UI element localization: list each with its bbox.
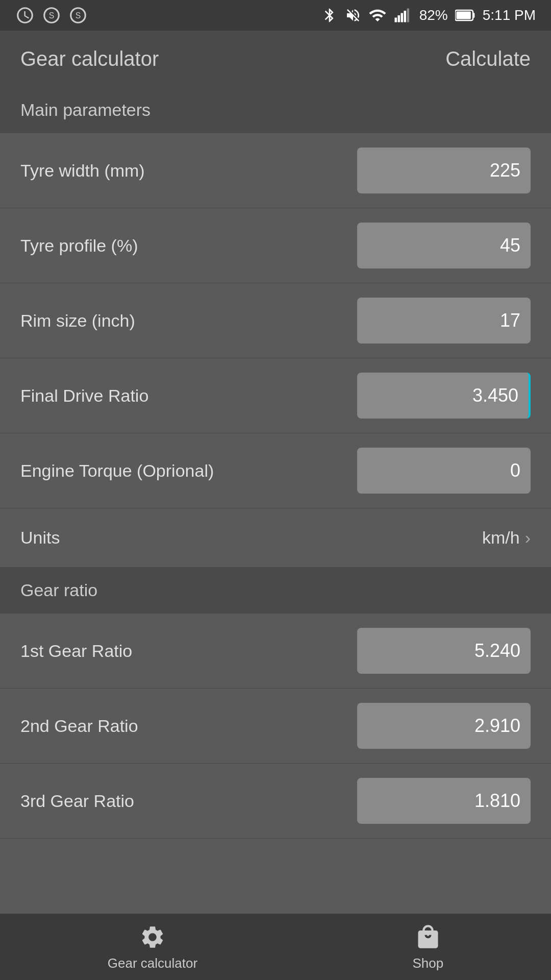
gear-3-row: 3rd Gear Ratio [0,764,551,839]
units-row[interactable]: Units km/h › [0,508,551,567]
app-bar: Gear calculator Calculate [0,31,551,87]
svg-rect-7 [404,11,406,22]
gear-icon [139,924,166,950]
nav-gear-calculator[interactable]: Gear calculator [108,923,197,971]
svg-rect-6 [400,13,403,22]
svg-rect-4 [394,18,397,22]
wifi-icon [368,6,387,24]
battery-percent: 82% [419,7,448,23]
gear-ratio-title: Gear ratio [20,580,97,600]
gear-ratio-header: Gear ratio [0,567,551,614]
svg-text:S: S [76,11,81,20]
main-parameters-content: Tyre width (mm) Tyre profile (%) Rim siz… [0,133,551,567]
alarm-icon [15,6,35,25]
gear-1-input[interactable] [357,628,531,674]
final-drive-input[interactable] [357,373,531,419]
app-icon-2: S [68,6,88,25]
gear-3-label: 3rd Gear Ratio [20,791,357,811]
rim-size-row: Rim size (inch) [0,283,551,358]
svg-text:S: S [49,11,55,20]
svg-rect-8 [407,9,409,22]
bottom-nav: Gear calculator Shop [0,914,551,980]
units-selector[interactable]: km/h › [482,528,531,548]
main-scroll-area: Main parameters Tyre width (mm) Tyre pro… [0,87,551,914]
tyre-profile-row: Tyre profile (%) [0,208,551,283]
rim-size-input[interactable] [357,298,531,344]
final-drive-row: Final Drive Ratio [0,358,551,433]
nav-shop[interactable]: Shop [413,923,444,971]
tyre-width-row: Tyre width (mm) [0,133,551,208]
tyre-profile-input[interactable] [357,223,531,268]
calculate-button[interactable]: Calculate [445,47,531,70]
shop-icon [415,924,441,950]
rim-size-label: Rim size (inch) [20,311,357,331]
gear-ratio-content: 1st Gear Ratio 2nd Gear Ratio 3rd Gear R… [0,614,551,839]
gear-calculator-nav-label: Gear calculator [108,955,197,971]
battery-icon [455,8,475,22]
main-parameters-header: Main parameters [0,87,551,133]
app-bar-title: Gear calculator [20,47,159,70]
svg-rect-11 [473,13,474,18]
gear-2-label: 2nd Gear Ratio [20,716,357,736]
status-bar: S S 82% [0,0,551,31]
engine-torque-label: Engine Torque (Oprional) [20,461,357,481]
engine-torque-row: Engine Torque (Oprional) [0,433,551,508]
mute-icon [345,7,361,23]
gear-3-input[interactable] [357,778,531,824]
time-display: 5:11 PM [483,7,536,23]
status-bar-left: S S [15,6,88,25]
tyre-width-label: Tyre width (mm) [20,161,357,181]
units-value-text: km/h [482,528,520,548]
engine-torque-input[interactable] [357,448,531,494]
svg-rect-5 [397,15,400,22]
chevron-right-icon: › [525,528,531,548]
final-drive-label: Final Drive Ratio [20,386,357,406]
gear-2-row: 2nd Gear Ratio [0,689,551,764]
app-icon-1: S [42,6,61,25]
status-icons: 82% 5:11 PM [321,6,536,24]
gear-1-row: 1st Gear Ratio [0,614,551,689]
gear-1-label: 1st Gear Ratio [20,641,357,661]
gear-2-input[interactable] [357,703,531,749]
shop-icon-container [414,923,442,951]
bluetooth-icon [321,7,338,23]
units-label: Units [20,528,60,548]
signal-icon [394,6,412,24]
gear-calculator-icon [138,923,167,951]
shop-nav-label: Shop [413,955,444,971]
tyre-width-input[interactable] [357,148,531,193]
tyre-profile-label: Tyre profile (%) [20,236,357,256]
main-parameters-title: Main parameters [20,100,151,119]
svg-rect-10 [456,12,470,19]
